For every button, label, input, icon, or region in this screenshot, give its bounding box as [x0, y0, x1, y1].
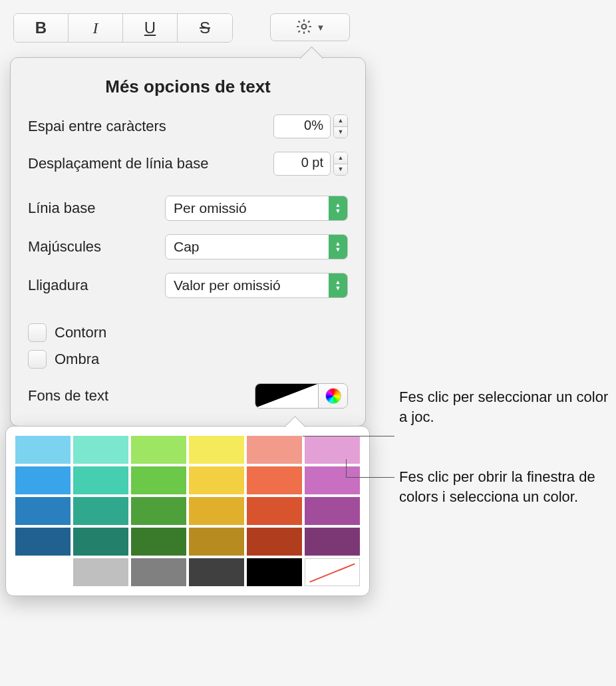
color-swatch[interactable] [15, 558, 71, 586]
dropdown-arrows-icon: ▲▼ [329, 196, 347, 220]
color-swatch[interactable] [305, 528, 360, 556]
color-swatch[interactable] [131, 497, 186, 525]
color-wheel-icon [325, 388, 341, 404]
color-swatch[interactable] [15, 528, 71, 556]
style-button-group: B I U S [13, 13, 233, 43]
dropdown-arrows-icon: ▲▼ [329, 273, 347, 297]
text-background-label: Fons de text [28, 387, 108, 405]
color-swatch[interactable] [247, 558, 302, 586]
baseline-shift-stepper[interactable]: 0 pt ▲ ▼ [273, 152, 348, 176]
underline-button[interactable]: U [123, 14, 178, 42]
capitalization-row: Majúscules Cap ▲▼ [28, 234, 348, 259]
baseline-row: Línia base Per omissió ▲▼ [28, 196, 348, 221]
character-spacing-row: Espai entre caràcters 0% ▲ ▼ [28, 114, 348, 138]
stepper-buttons: ▲ ▼ [333, 152, 348, 176]
more-text-options-popover: Més opcions de text Espai entre caràcter… [10, 57, 366, 427]
baseline-value: Per omissió [174, 200, 247, 216]
color-swatch[interactable] [73, 497, 128, 525]
color-wheel-button[interactable] [318, 384, 347, 408]
ligature-row: Lligadura Valor per omissió ▲▼ [28, 273, 348, 298]
color-swatch[interactable] [247, 436, 302, 464]
color-swatch[interactable] [73, 528, 128, 556]
baseline-dropdown[interactable]: Per omissió ▲▼ [165, 196, 348, 221]
callout-leader-line [346, 477, 394, 478]
baseline-shift-row: Desplaçament de línia base 0 pt ▲ ▼ [28, 152, 348, 176]
color-swatch[interactable] [189, 528, 244, 556]
stepper-down[interactable]: ▼ [334, 127, 347, 138]
dropdown-arrows-icon: ▲▼ [329, 235, 347, 259]
character-spacing-stepper[interactable]: 0% ▲ ▼ [273, 114, 348, 138]
text-format-toolbar: B I U S ▼ [13, 13, 603, 43]
outline-row: Contorn [28, 323, 348, 342]
character-spacing-value[interactable]: 0% [273, 114, 331, 138]
svg-point-0 [301, 24, 306, 29]
color-swatch[interactable] [305, 436, 360, 464]
color-swatch[interactable] [189, 558, 244, 586]
swatch-grid [15, 436, 360, 586]
color-swatch[interactable] [15, 436, 71, 464]
callout-leader-line [303, 436, 394, 436]
capitalization-value: Cap [174, 239, 200, 255]
stepper-buttons: ▲ ▼ [333, 114, 348, 138]
color-swatch[interactable] [305, 497, 360, 525]
baseline-shift-value[interactable]: 0 pt [273, 152, 331, 176]
color-swatch[interactable] [15, 466, 71, 494]
color-swatch[interactable] [189, 436, 244, 464]
color-well-button[interactable] [255, 384, 318, 408]
color-swatch[interactable] [73, 558, 128, 586]
strikethrough-button[interactable]: S [178, 14, 232, 42]
color-swatch[interactable] [73, 466, 128, 494]
color-swatch[interactable] [73, 436, 128, 464]
popover-title: Més opcions de text [28, 77, 348, 97]
color-swatch[interactable] [189, 497, 244, 525]
color-swatch[interactable] [189, 466, 244, 494]
baseline-shift-label: Desplaçament de línia base [28, 155, 209, 172]
capitalization-label: Majúscules [28, 238, 101, 256]
ligature-dropdown[interactable]: Valor per omissió ▲▼ [165, 273, 348, 298]
color-swatch[interactable] [305, 466, 360, 494]
baseline-label: Línia base [28, 200, 96, 217]
color-swatch[interactable] [247, 497, 302, 525]
color-swatch[interactable] [247, 528, 302, 556]
chevron-down-icon: ▼ [317, 23, 325, 33]
outline-checkbox[interactable] [28, 323, 47, 342]
character-spacing-label: Espai entre caràcters [28, 118, 166, 135]
capitalization-dropdown[interactable]: Cap ▲▼ [165, 234, 348, 259]
color-swatch[interactable] [131, 528, 186, 556]
color-swatch[interactable] [131, 558, 186, 586]
more-options-button[interactable]: ▼ [270, 13, 350, 41]
stepper-up[interactable]: ▲ [334, 152, 347, 164]
color-swatch[interactable] [131, 436, 186, 464]
color-swatch[interactable] [131, 466, 186, 494]
callout-color-wheel: Fes clic per obrir la finestra de colors… [399, 467, 612, 506]
bold-button[interactable]: B [14, 14, 69, 42]
text-background-row: Fons de text [28, 383, 348, 409]
color-controls [255, 383, 348, 409]
color-swatch[interactable] [15, 497, 71, 525]
gear-icon [295, 18, 313, 37]
ligature-label: Lligadura [28, 277, 88, 294]
callout-color-well: Fes clic per seleccionar un color a joc. [399, 387, 612, 427]
shadow-checkbox[interactable] [28, 350, 47, 369]
color-swatch[interactable] [247, 466, 302, 494]
outline-label: Contorn [55, 324, 106, 341]
shadow-label: Ombra [55, 351, 99, 368]
italic-button[interactable]: I [69, 14, 123, 42]
color-swatch-popover [5, 426, 370, 596]
shadow-row: Ombra [28, 350, 348, 369]
stepper-down[interactable]: ▼ [334, 164, 347, 176]
color-swatch[interactable] [305, 558, 360, 586]
ligature-value: Valor per omissió [174, 277, 281, 293]
stepper-up[interactable]: ▲ [334, 115, 347, 127]
